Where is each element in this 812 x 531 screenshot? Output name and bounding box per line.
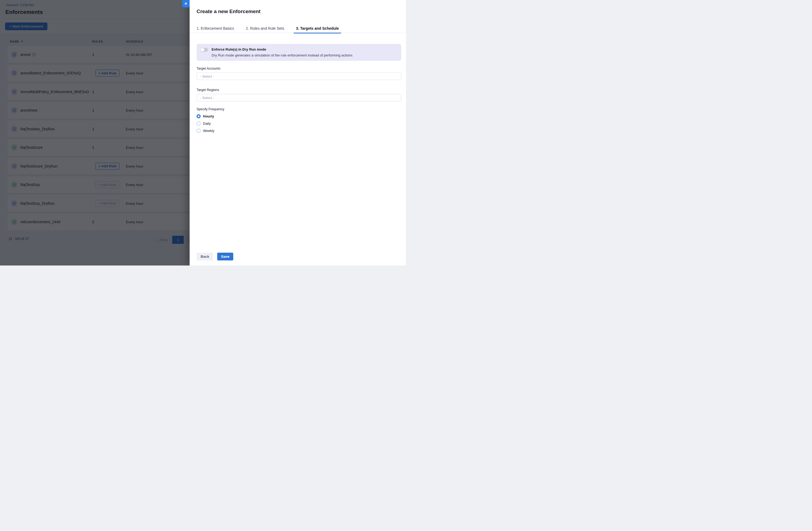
dry-run-description: Dry Run mode generates a simulation of t… <box>212 53 352 57</box>
radio-label: Daily <box>203 121 211 126</box>
frequency-radio-group: HourlyDailyWeekly <box>197 114 401 133</box>
frequency-option-daily[interactable]: Daily <box>197 121 401 126</box>
frequency-option-weekly[interactable]: Weekly <box>197 129 401 133</box>
drawer-title: Create a new Enforcement <box>197 9 261 14</box>
radio-label: Hourly <box>203 114 214 118</box>
dry-run-title: Enforce Rule(s) in Dry Run mode <box>212 47 352 51</box>
target-regions-select[interactable]: - Select - <box>197 94 401 101</box>
dry-run-toggle[interactable] <box>201 48 208 51</box>
frequency-option-hourly[interactable]: Hourly <box>197 114 401 118</box>
specify-frequency-label: Specify Frequency <box>197 107 401 111</box>
drawer-tabs: 1. Enforcement Basics2. Rules and Rule S… <box>190 24 406 33</box>
save-button[interactable]: Save <box>217 253 233 261</box>
target-accounts-label: Target Accounts <box>197 67 401 70</box>
target-regions-label: Target Regions <box>197 88 401 92</box>
back-button[interactable]: Back <box>197 253 213 261</box>
dry-run-panel: Enforce Rule(s) in Dry Run mode Dry Run … <box>197 44 401 61</box>
create-enforcement-drawer: × Create a new Enforcement 1. Enforcemen… <box>190 0 406 265</box>
dry-run-texts: Enforce Rule(s) in Dry Run mode Dry Run … <box>212 47 352 57</box>
target-accounts-select[interactable]: - Select - <box>197 73 401 80</box>
tab-1[interactable]: 1. Enforcement Basics <box>197 24 234 33</box>
radio-icon[interactable] <box>197 129 201 133</box>
radio-icon[interactable] <box>197 121 201 126</box>
drawer-footer: Back Save <box>197 253 233 261</box>
close-icon[interactable]: × <box>182 0 190 8</box>
radio-icon[interactable] <box>197 114 201 118</box>
radio-label: Weekly <box>203 129 214 133</box>
tab-3[interactable]: 3. Targets and Schedule <box>296 24 339 33</box>
tab-2[interactable]: 2. Rules and Rule Sets <box>246 24 284 33</box>
drawer-content: Enforce Rule(s) in Dry Run mode Dry Run … <box>197 33 401 133</box>
toggle-knob <box>201 48 204 51</box>
